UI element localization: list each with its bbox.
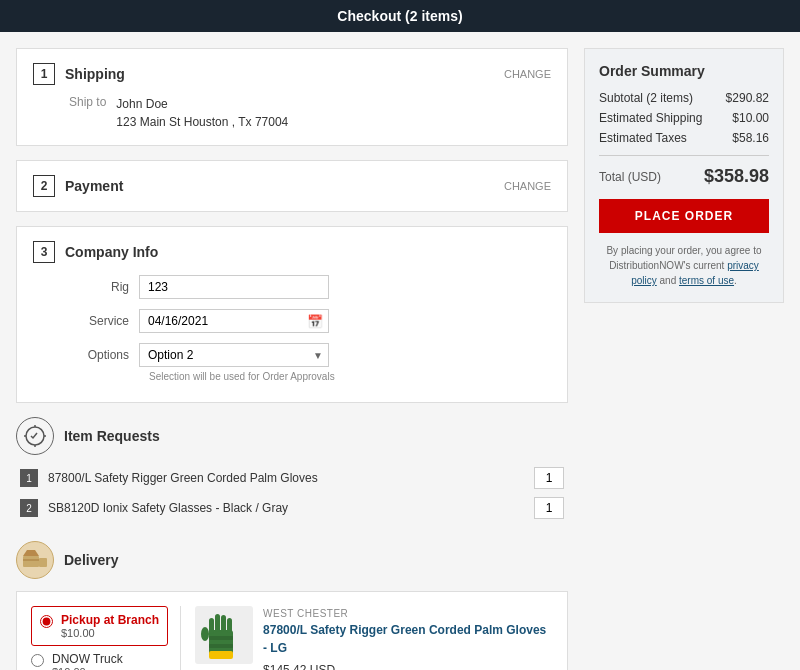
payment-step-left: 2 Payment [33, 175, 123, 197]
shipping-label: Estimated Shipping [599, 111, 702, 125]
page-header: Checkout (2 items) [0, 0, 800, 32]
policy-text: By placing your order, you agree to Dist… [599, 243, 769, 288]
rig-row: Rig [69, 275, 551, 299]
subtotal-row: Subtotal (2 items) $290.82 [599, 91, 769, 105]
dnow-info: DNOW Truck $10.00 [52, 652, 123, 670]
company-step-header: 3 Company Info [33, 241, 551, 263]
dnow-label: DNOW Truck [52, 652, 123, 666]
item-qty-2[interactable] [534, 497, 564, 519]
date-wrapper: 📅 [139, 309, 329, 333]
ship-to-label: Ship to [69, 95, 106, 109]
service-row: Service 📅 [69, 309, 551, 333]
payment-step-number: 2 [33, 175, 55, 197]
options-hint: Selection will be used for Order Approva… [149, 371, 551, 382]
shipping-details: Ship to John Doe 123 Main St Houston , T… [33, 95, 551, 131]
period: . [734, 275, 737, 286]
svg-rect-3 [39, 558, 47, 567]
svg-rect-7 [209, 618, 214, 634]
shipping-step-number: 1 [33, 63, 55, 85]
item-name-2: SB8120D Ionix Safety Glasses - Black / G… [48, 501, 524, 515]
company-step-left: 3 Company Info [33, 241, 158, 263]
svg-rect-12 [209, 636, 233, 640]
summary-divider [599, 155, 769, 156]
order-summary: Order Summary Subtotal (2 items) $290.82… [584, 48, 784, 303]
left-column: 1 Shipping CHANGE Ship to John Doe 123 M… [16, 48, 568, 670]
delivery-title: Delivery [64, 552, 118, 568]
shipping-section: 1 Shipping CHANGE Ship to John Doe 123 M… [16, 48, 568, 146]
delivery-inner: WEST CHESTER 87800/L Safety Rigger Green… [195, 606, 553, 670]
taxes-value: $58.16 [732, 131, 769, 145]
glove-svg [195, 606, 253, 664]
rig-label: Rig [69, 280, 139, 294]
shipping-change-link[interactable]: CHANGE [504, 68, 551, 80]
dnow-option: DNOW Truck $10.00 [31, 652, 168, 670]
company-form: Rig Service 📅 Options Option 1 Op [33, 275, 551, 382]
header-item-count: (2 items) [405, 8, 463, 24]
svg-rect-9 [221, 615, 226, 632]
pickup-option: Pickup at Branch $10.00 [31, 606, 168, 646]
item-requests-icon [16, 417, 54, 455]
delivery-box: Pickup at Branch $10.00 DNOW Truck $10.0… [16, 591, 568, 670]
pickup-radio[interactable] [40, 615, 53, 628]
delivery-content: Pickup at Branch $10.00 DNOW Truck $10.0… [31, 606, 553, 670]
item-requests-header: Item Requests [16, 417, 568, 455]
terms-of-use-link[interactable]: terms of use [679, 275, 734, 286]
shipping-step-left: 1 Shipping [33, 63, 125, 85]
options-row: Options Option 1 Option 2 Option 3 ▼ [69, 343, 551, 367]
svg-rect-13 [209, 644, 233, 648]
delivery-icon [16, 541, 54, 579]
ship-name: John Doe [116, 95, 288, 113]
glove-illustration [195, 606, 253, 670]
company-title: Company Info [65, 244, 158, 260]
options-label: Options [69, 348, 139, 362]
options-select-wrapper: Option 1 Option 2 Option 3 ▼ [139, 343, 329, 367]
service-label: Service [69, 314, 139, 328]
delivery-header: Delivery [16, 541, 568, 579]
company-step-number: 3 [33, 241, 55, 263]
right-column: Order Summary Subtotal (2 items) $290.82… [584, 48, 784, 670]
place-order-button[interactable]: PLACE ORDER [599, 199, 769, 233]
svg-point-11 [201, 627, 209, 641]
delivery-item-price: $145.42 USD [263, 661, 553, 670]
pickup-info: Pickup at Branch $10.00 [61, 613, 159, 639]
taxes-label: Estimated Taxes [599, 131, 687, 145]
svg-rect-8 [215, 614, 220, 632]
taxes-row: Estimated Taxes $58.16 [599, 131, 769, 145]
dnow-radio[interactable] [31, 654, 44, 667]
service-date-input[interactable] [139, 309, 329, 333]
company-info-section: 3 Company Info Rig Service 📅 Opti [16, 226, 568, 403]
subtotal-value: $290.82 [726, 91, 769, 105]
and-text: and [657, 275, 679, 286]
delivery-section: Delivery Pickup at Branch $10.00 [16, 541, 568, 670]
item-index-2: 2 [20, 499, 38, 517]
shipping-row: Estimated Shipping $10.00 [599, 111, 769, 125]
total-label: Total (USD) [599, 170, 661, 184]
delivery-item-details: WEST CHESTER 87800/L Safety Rigger Green… [263, 606, 553, 670]
svg-rect-10 [227, 618, 232, 633]
shipping-header: 1 Shipping CHANGE [33, 63, 551, 85]
table-row: 1 87800/L Safety Rigger Green Corded Pal… [16, 467, 568, 489]
delivery-item-preview: WEST CHESTER 87800/L Safety Rigger Green… [180, 606, 553, 670]
dnow-price: $10.00 [52, 666, 123, 670]
item-requests-section: Item Requests 1 87800/L Safety Rigger Gr… [16, 417, 568, 527]
svg-rect-14 [209, 651, 233, 659]
svg-rect-1 [23, 556, 39, 567]
total-row: Total (USD) $358.98 [599, 166, 769, 187]
shipping-value: $10.00 [732, 111, 769, 125]
item-requests-title: Item Requests [64, 428, 160, 444]
options-select[interactable]: Option 1 Option 2 Option 3 [139, 343, 329, 367]
delivery-options-list: Pickup at Branch $10.00 DNOW Truck $10.0… [31, 606, 168, 670]
table-row: 2 SB8120D Ionix Safety Glasses - Black /… [16, 497, 568, 519]
payment-title: Payment [65, 178, 123, 194]
delivery-location: WEST CHESTER [263, 606, 553, 621]
header-title: Checkout [337, 8, 401, 24]
subtotal-label: Subtotal (2 items) [599, 91, 693, 105]
item-index-1: 1 [20, 469, 38, 487]
items-list: 1 87800/L Safety Rigger Green Corded Pal… [16, 467, 568, 519]
payment-section: 2 Payment CHANGE [16, 160, 568, 212]
item-qty-1[interactable] [534, 467, 564, 489]
pickup-price: $10.00 [61, 627, 159, 639]
svg-marker-2 [23, 550, 39, 556]
rig-input[interactable] [139, 275, 329, 299]
payment-change-link[interactable]: CHANGE [504, 180, 551, 192]
